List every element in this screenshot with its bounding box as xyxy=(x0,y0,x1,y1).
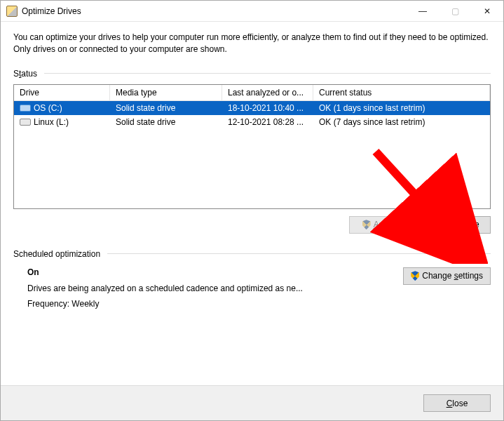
description-text: You can optimize your drives to help you… xyxy=(13,32,491,56)
scheduled-info: On Drives are being analyzed on a schedu… xyxy=(13,265,403,312)
uac-shield-icon xyxy=(362,220,371,229)
optimize-drives-icon xyxy=(6,6,18,17)
column-header-media[interactable]: Media type xyxy=(110,85,222,101)
cell-drive: OS (C:) xyxy=(14,103,110,113)
window-title: Optimize Drives xyxy=(22,6,407,16)
drives-list[interactable]: Drive Media type Last analyzed or o... C… xyxy=(13,84,491,209)
status-heading: Status xyxy=(13,69,491,79)
column-header-drive[interactable]: Drive xyxy=(14,85,110,101)
scheduled-row: On Drives are being analyzed on a schedu… xyxy=(13,265,491,312)
cell-media: Solid state drive xyxy=(110,103,222,113)
cell-status: OK (7 days since last retrim) xyxy=(313,117,490,127)
cell-status: OK (1 days since last retrim) xyxy=(313,103,490,113)
scheduled-state: On xyxy=(27,265,403,281)
column-header-status[interactable]: Current status xyxy=(313,85,490,101)
maximize-button[interactable]: ▢ xyxy=(439,1,471,22)
cell-last: 18-10-2021 10:40 ... xyxy=(222,103,313,113)
close-window-button[interactable]: ✕ xyxy=(471,1,503,22)
uac-shield-icon xyxy=(411,271,419,281)
uac-shield-icon xyxy=(435,220,443,229)
cell-media: Solid state drive xyxy=(110,117,222,127)
cell-last: 12-10-2021 08:28 ... xyxy=(222,117,313,127)
table-row[interactable]: Linux (L:) Solid state drive 12-10-2021 … xyxy=(14,115,490,129)
change-settings-button[interactable]: Change settings xyxy=(403,267,491,285)
optimize-drives-window: Optimize Drives — ▢ ✕ You can optimize y… xyxy=(0,0,504,421)
analyze-button: Analyze xyxy=(349,216,416,234)
table-row[interactable]: OS (C:) Solid state drive 18-10-2021 10:… xyxy=(14,101,490,115)
column-header-last[interactable]: Last analyzed or o... xyxy=(222,85,313,101)
action-buttons: Analyze Optimize xyxy=(13,216,491,234)
drives-header: Drive Media type Last analyzed or o... C… xyxy=(14,85,490,101)
content-area: You can optimize your drives to help you… xyxy=(1,22,503,385)
optimize-button[interactable]: Optimize xyxy=(423,216,491,234)
drive-icon xyxy=(20,119,31,126)
drive-icon xyxy=(20,105,31,112)
scheduled-detail: Drives are being analyzed on a scheduled… xyxy=(27,281,403,297)
scheduled-frequency: Frequency: Weekly xyxy=(27,296,403,312)
cell-drive: Linux (L:) xyxy=(14,117,110,127)
close-button[interactable]: Close xyxy=(423,394,491,412)
scheduled-heading: Scheduled optimization xyxy=(13,249,491,259)
titlebar: Optimize Drives — ▢ ✕ xyxy=(1,1,503,22)
minimize-button[interactable]: — xyxy=(407,1,439,22)
footer: Close xyxy=(1,385,503,420)
